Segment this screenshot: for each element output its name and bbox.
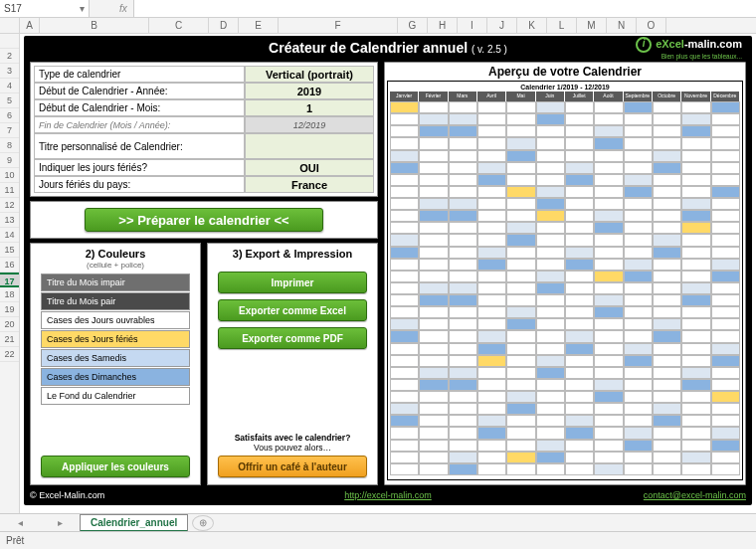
calendar-cell: [477, 343, 506, 355]
calendar-cell: [565, 330, 594, 342]
calendar-cell: [449, 222, 477, 234]
month-headers: JanvierFévrierMarsAvrilMaiJuinJuilletAoû…: [390, 92, 740, 101]
col-header[interactable]: M: [577, 18, 607, 33]
row-header[interactable]: 14: [0, 228, 19, 243]
config-value[interactable]: [245, 133, 374, 159]
tab-nav-last-icon[interactable]: ▸: [58, 517, 63, 528]
col-header[interactable]: C: [149, 18, 209, 33]
col-header[interactable]: L: [547, 18, 577, 33]
apply-colors-button[interactable]: Appliquer les couleurs: [41, 456, 190, 477]
sheet-tab-active[interactable]: Calendrier_annuel: [80, 514, 188, 532]
row-header[interactable]: 19: [0, 302, 19, 317]
row-header[interactable]: 3: [0, 64, 19, 79]
donate-button[interactable]: Offrir un café à l'auteur: [218, 456, 367, 477]
calendar-cell: [681, 186, 710, 198]
color-chip[interactable]: Cases des Jours fériés: [41, 330, 190, 348]
worksheet-area[interactable]: Créateur de Calendrier annuel ( v. 2.5 )…: [20, 34, 756, 521]
calendar-cell: [419, 101, 448, 113]
config-label: Indiquer les jours fériés?: [34, 159, 245, 176]
row-header[interactable]: 8: [0, 138, 19, 153]
calendar-cell: [536, 427, 565, 439]
row-header[interactable]: 22: [0, 347, 19, 362]
color-chip[interactable]: Cases des Jours ouvrables: [41, 311, 190, 329]
color-chip[interactable]: Le Fond du Calendrier: [41, 387, 190, 405]
col-header[interactable]: N: [607, 18, 637, 33]
color-chip[interactable]: Cases des Dimanches: [41, 368, 190, 386]
row-header[interactable]: 17: [0, 273, 19, 287]
config-value[interactable]: OUI: [245, 159, 374, 176]
calendar-cell: [536, 343, 565, 355]
col-header[interactable]: G: [398, 18, 428, 33]
calendar-cell: [477, 391, 506, 403]
row-header[interactable]: 20: [0, 317, 19, 332]
chevron-down-icon[interactable]: ▾: [80, 3, 85, 14]
export-pdf-button[interactable]: Exporter comme PDF: [218, 327, 367, 349]
calendar-cell: [449, 330, 477, 342]
calendar-cell: [565, 440, 594, 452]
formula-input[interactable]: [134, 0, 756, 17]
calendar-cell: [390, 174, 419, 186]
calendar-cell: [594, 294, 623, 306]
row-header[interactable]: 21: [0, 332, 19, 347]
config-value[interactable]: 1: [245, 99, 374, 116]
color-chip[interactable]: Cases des Samedis: [41, 349, 190, 367]
row-header[interactable]: 4: [0, 79, 19, 93]
row-header[interactable]: 11: [0, 183, 19, 198]
calendar-cell: [449, 234, 477, 246]
row-header[interactable]: 18: [0, 287, 19, 302]
calendar-cell: [449, 367, 477, 379]
calendar-cell: [624, 259, 653, 271]
calendar-cell: [506, 367, 535, 379]
calendar-cell: [449, 247, 477, 259]
calendar-cell: [681, 391, 710, 403]
row-header[interactable]: 10: [0, 168, 19, 183]
row-header[interactable]: 13: [0, 213, 19, 228]
website-link[interactable]: http://excel-malin.com: [344, 490, 432, 500]
select-all-corner[interactable]: [0, 18, 20, 33]
calendar-cell: [711, 259, 740, 271]
config-value[interactable]: Vertical (portrait): [245, 66, 374, 83]
calendar-cell: [681, 440, 710, 452]
col-header[interactable]: O: [637, 18, 666, 33]
calendar-cell: [711, 101, 740, 113]
col-header[interactable]: H: [428, 18, 458, 33]
contact-link[interactable]: contact@excel-malin.com: [644, 490, 746, 500]
calendar-cell: [419, 271, 448, 282]
col-header[interactable]: I: [458, 18, 487, 33]
row-header[interactable]: [0, 34, 19, 49]
print-button[interactable]: Imprimer: [218, 272, 367, 293]
row-header[interactable]: 15: [0, 243, 19, 258]
export-excel-button[interactable]: Exporter comme Excel: [218, 299, 367, 321]
calendar-cell: [681, 452, 710, 463]
row-header[interactable]: 12: [0, 198, 19, 213]
col-header[interactable]: B: [40, 18, 149, 33]
row-header[interactable]: 6: [0, 108, 19, 123]
row-header[interactable]: 16: [0, 258, 19, 273]
config-value[interactable]: 2019: [245, 83, 374, 99]
color-chip[interactable]: Titre du Mois pair: [41, 292, 190, 310]
name-box[interactable]: S17▾: [0, 0, 90, 17]
calendar-cell: [594, 113, 623, 125]
col-header[interactable]: K: [517, 18, 547, 33]
add-sheet-icon[interactable]: ⊕: [192, 515, 214, 531]
calendar-cell: [681, 306, 710, 318]
col-header[interactable]: E: [239, 18, 279, 33]
calendar-cell: [419, 427, 448, 439]
calendar-grid: [390, 101, 740, 475]
col-header[interactable]: A: [20, 18, 40, 33]
row-header[interactable]: 2: [0, 49, 19, 64]
col-header[interactable]: J: [487, 18, 517, 33]
col-header[interactable]: F: [279, 18, 398, 33]
fx-icon[interactable]: fx: [113, 0, 134, 17]
row-header[interactable]: 5: [0, 93, 19, 108]
row-header[interactable]: 7: [0, 123, 19, 138]
calendar-cell: [594, 125, 623, 137]
prepare-button[interactable]: >> Préparer le calendrier <<: [85, 208, 323, 232]
row-header[interactable]: 9: [0, 153, 19, 168]
calendar-cell: [477, 355, 506, 367]
month-cell: Janvier: [390, 92, 419, 101]
color-chip[interactable]: Titre du Mois impair: [41, 274, 190, 291]
tab-nav-first-icon[interactable]: ◂: [18, 517, 23, 528]
col-header[interactable]: D: [209, 18, 239, 33]
config-value[interactable]: France: [245, 176, 374, 193]
